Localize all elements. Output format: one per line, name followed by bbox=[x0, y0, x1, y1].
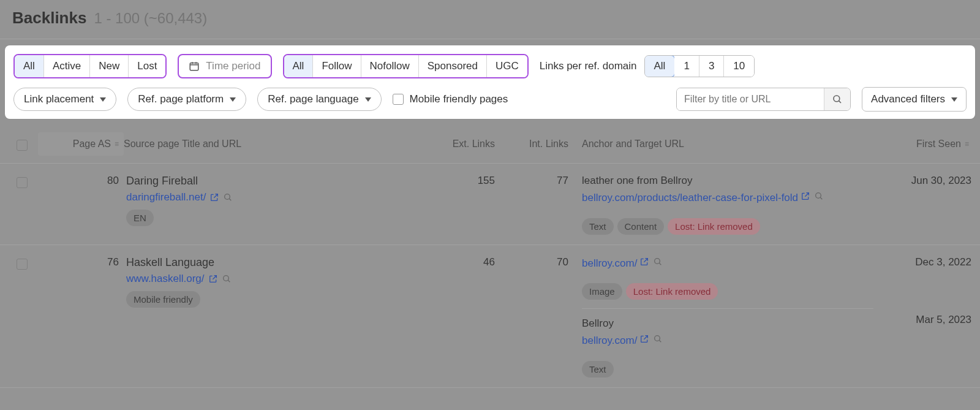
time-period-button[interactable]: Time period bbox=[178, 54, 271, 78]
col-anchor[interactable]: Anchor and Target URL bbox=[573, 139, 876, 150]
link-placement-label: Link placement bbox=[24, 93, 94, 105]
seg-option[interactable]: All bbox=[284, 55, 314, 77]
seg-option[interactable]: Active bbox=[44, 55, 90, 77]
seg-option[interactable]: All bbox=[15, 55, 44, 77]
seg-option[interactable]: Sponsored bbox=[419, 55, 487, 77]
seg-option[interactable]: Follow bbox=[313, 55, 361, 77]
svg-point-3 bbox=[816, 193, 821, 199]
svg-rect-0 bbox=[190, 63, 199, 70]
target-url-link[interactable]: bellroy.com/ bbox=[582, 335, 663, 346]
source-title: Daring Fireball bbox=[126, 175, 424, 188]
search-icon bbox=[814, 191, 824, 201]
filter-search-input[interactable] bbox=[677, 88, 824, 110]
col-ext-links[interactable]: Ext. Links bbox=[426, 139, 500, 150]
chevron-down-icon bbox=[951, 97, 957, 102]
target-url-link[interactable]: bellroy.com/ bbox=[582, 257, 663, 269]
search-icon bbox=[222, 274, 232, 284]
source-badge: EN bbox=[126, 210, 154, 226]
link-placement-dropdown[interactable]: Link placement bbox=[13, 88, 116, 111]
seg-option[interactable]: New bbox=[90, 55, 129, 77]
seg-option[interactable]: All bbox=[644, 55, 676, 77]
links-per-segmented: All1310 bbox=[644, 55, 755, 77]
seg-option[interactable]: 1 bbox=[674, 56, 699, 77]
ext-links-value: 46 bbox=[426, 256, 500, 378]
sort-icon: ≡ bbox=[115, 140, 119, 148]
anchor-cell: leather one from Bellroybellroy.com/prod… bbox=[573, 175, 876, 235]
links-per-label: Links per ref. domain bbox=[540, 60, 637, 72]
advanced-filters-label: Advanced filters bbox=[871, 93, 945, 105]
anchor-badge: Image bbox=[582, 283, 622, 300]
ref-language-dropdown[interactable]: Ref. page language bbox=[257, 88, 381, 111]
filters-panel: AllActiveNewLost Time period AllFollowNo… bbox=[5, 45, 975, 119]
external-link-icon bbox=[209, 192, 219, 202]
source-badge: Mobile friendly bbox=[126, 291, 200, 308]
seg-option[interactable]: Lost bbox=[129, 55, 165, 77]
chevron-down-icon bbox=[230, 97, 236, 102]
source-cell: Haskell Languagewww.haskell.org/Mobile f… bbox=[124, 256, 426, 378]
results-range: 1 - 100 (~60,443) bbox=[94, 10, 207, 27]
filter-search bbox=[676, 88, 851, 111]
anchor-badge: Lost: Link removed bbox=[626, 283, 718, 300]
search-button[interactable] bbox=[824, 88, 850, 110]
external-link-icon bbox=[639, 334, 649, 344]
ref-platform-label: Ref. page platform bbox=[138, 93, 224, 105]
page-title: Backlinks bbox=[12, 9, 86, 28]
time-period-label: Time period bbox=[206, 60, 260, 72]
anchor-badge: Text bbox=[582, 361, 614, 378]
target-url-link[interactable]: bellroy.com/products/leather-case-for-pi… bbox=[582, 192, 824, 203]
seg-option[interactable]: 3 bbox=[699, 56, 724, 77]
anchor-text: leather one from Bellroy bbox=[582, 175, 873, 187]
anchor-badge: Text bbox=[582, 218, 614, 235]
source-title: Haskell Language bbox=[126, 256, 424, 269]
source-url-link[interactable]: daringfireball.net/ bbox=[126, 191, 424, 203]
search-icon bbox=[653, 334, 663, 344]
backlinks-table: Page AS≡ Source page Title and URL Ext. … bbox=[0, 125, 980, 388]
col-source[interactable]: Source page Title and URL bbox=[124, 139, 426, 150]
chevron-down-icon bbox=[365, 97, 371, 102]
ext-links-value: 155 bbox=[426, 175, 500, 235]
svg-point-5 bbox=[655, 258, 660, 264]
col-first-seen[interactable]: First Seen≡ bbox=[876, 139, 974, 150]
status-segmented: AllActiveNewLost bbox=[13, 54, 167, 78]
anchor-badge: Content bbox=[617, 218, 665, 235]
select-all-checkbox[interactable] bbox=[17, 140, 28, 151]
int-links-value: 77 bbox=[500, 175, 573, 235]
page-as-value: 76 bbox=[38, 256, 124, 378]
first-seen-cell: Dec 3, 2022Mar 5, 2023 bbox=[876, 256, 974, 378]
source-url-link[interactable]: www.haskell.org/ bbox=[126, 273, 424, 285]
table-row: 76Haskell Languagewww.haskell.org/Mobile… bbox=[0, 245, 980, 388]
first-seen-value: Jun 30, 2023 bbox=[878, 175, 971, 224]
external-link-icon bbox=[208, 274, 218, 284]
row-checkbox[interactable] bbox=[17, 259, 28, 270]
first-seen-value: Dec 3, 2022 bbox=[878, 256, 971, 305]
col-page-as[interactable]: Page AS≡ bbox=[38, 132, 124, 156]
page-header: Backlinks 1 - 100 (~60,443) bbox=[0, 0, 980, 39]
svg-point-1 bbox=[834, 96, 840, 102]
source-cell: Daring Fireballdaringfireball.net/EN bbox=[124, 175, 426, 235]
seg-option[interactable]: UGC bbox=[487, 55, 527, 77]
seg-option[interactable]: Nofollow bbox=[361, 55, 419, 77]
col-int-links[interactable]: Int. Links bbox=[500, 139, 573, 150]
row-checkbox[interactable] bbox=[17, 177, 28, 188]
first-seen-cell: Jun 30, 2023 bbox=[876, 175, 974, 235]
svg-point-6 bbox=[655, 336, 660, 341]
advanced-filters-button[interactable]: Advanced filters bbox=[862, 87, 967, 112]
seg-option[interactable]: 10 bbox=[724, 56, 754, 77]
rel-segmented: AllFollowNofollowSponsoredUGC bbox=[283, 54, 529, 78]
mobile-friendly-toggle[interactable]: Mobile friendly pages bbox=[393, 93, 508, 105]
svg-point-4 bbox=[223, 275, 228, 281]
search-icon bbox=[223, 192, 233, 202]
sort-icon: ≡ bbox=[965, 140, 969, 148]
ref-platform-dropdown[interactable]: Ref. page platform bbox=[127, 88, 246, 111]
search-icon bbox=[653, 257, 663, 267]
external-link-icon bbox=[639, 257, 649, 267]
calendar-icon bbox=[189, 61, 200, 72]
mobile-friendly-label: Mobile friendly pages bbox=[410, 93, 508, 105]
checkbox-icon[interactable] bbox=[393, 94, 404, 105]
anchor-text: Bellroy bbox=[582, 317, 873, 330]
page-as-value: 80 bbox=[38, 175, 124, 235]
int-links-value: 70 bbox=[500, 256, 573, 378]
table-header: Page AS≡ Source page Title and URL Ext. … bbox=[0, 125, 980, 164]
first-seen-value: Mar 5, 2023 bbox=[878, 314, 971, 363]
anchor-cell: bellroy.com/ImageLost: Link removedBellr… bbox=[573, 256, 876, 378]
